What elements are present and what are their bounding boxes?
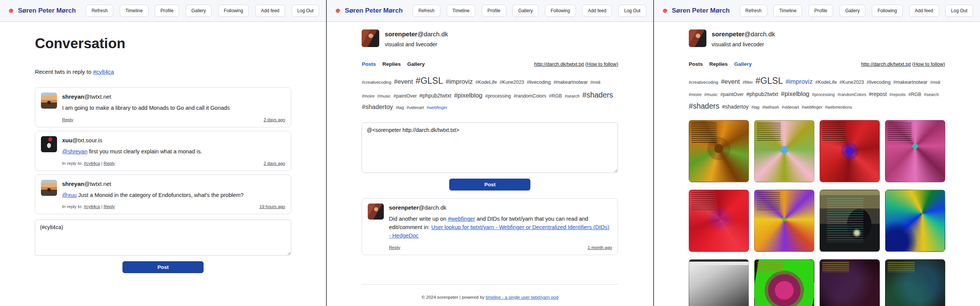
hashtag-link[interactable]: #Kune2023 bbox=[500, 78, 524, 87]
gallery-image-livecoding-performance-photo[interactable] bbox=[820, 190, 880, 252]
hashtag-link[interactable]: #livecoding bbox=[527, 78, 551, 87]
hashtag-link[interactable]: #music bbox=[377, 93, 391, 100]
hashtag-link[interactable]: #shadertoy bbox=[362, 101, 393, 112]
hashtag-link[interactable]: #moire bbox=[689, 91, 702, 98]
gallery-image-shader-blue-green-yellow[interactable] bbox=[885, 190, 945, 252]
hashtag-link[interactable]: #randomColors bbox=[837, 91, 866, 98]
hashtag-link[interactable]: #makeartnotwar bbox=[553, 78, 588, 87]
hashtag-link[interactable]: #twthash bbox=[762, 104, 779, 111]
hashtag-link[interactable]: #webfinger bbox=[427, 104, 447, 111]
profile-tab[interactable]: Posts bbox=[689, 61, 703, 67]
nav-add-feed-button[interactable]: Add feed bbox=[909, 5, 939, 17]
hashtag-link[interactable]: #webfinger bbox=[802, 104, 822, 111]
hashtag-link[interactable]: #phpub2twtxt bbox=[746, 90, 778, 99]
nav-timeline-button[interactable]: Timeline bbox=[120, 5, 148, 17]
hashtag-link[interactable]: #repost bbox=[869, 90, 887, 99]
feed-url-link[interactable]: http://darch.dk/twtxt.txt bbox=[534, 61, 584, 67]
nav-gallery-button[interactable]: Gallery bbox=[512, 5, 538, 17]
nav-gallery-button[interactable]: Gallery bbox=[186, 5, 212, 17]
nav-refresh-button[interactable]: Refresh bbox=[86, 5, 113, 17]
in-reply-to-tag-link[interactable]: #cylt4ca bbox=[84, 161, 100, 166]
hashtag-link[interactable]: #event bbox=[721, 76, 740, 87]
gallery-image-dark-maroon-wisps[interactable] bbox=[820, 259, 880, 306]
hashtag-link[interactable]: #tag bbox=[751, 104, 759, 111]
hashtag-link[interactable]: #creativecoding bbox=[689, 79, 718, 86]
hashtag-link[interactable]: #pixelblog bbox=[781, 88, 809, 99]
profile-tab[interactable]: Gallery bbox=[734, 61, 752, 67]
mention-link[interactable]: @xuu bbox=[62, 192, 77, 198]
hashtag-link[interactable]: #filter bbox=[742, 79, 753, 86]
hashtag-link[interactable]: #search bbox=[565, 93, 580, 100]
hashtag-link[interactable]: #processing bbox=[485, 92, 511, 101]
hashtag-link[interactable]: #midi bbox=[590, 79, 600, 86]
hashtag-link[interactable]: #GLSL bbox=[755, 73, 783, 88]
how-to-follow-link[interactable]: How to follow bbox=[914, 61, 943, 67]
hashtag-link[interactable]: #Kune2023 bbox=[840, 78, 864, 87]
webfinger-tag-link[interactable]: #webfinger bbox=[448, 216, 475, 222]
profile-tab[interactable]: Replies bbox=[382, 61, 401, 67]
gallery-image-kaleidoscope-orange-purple[interactable] bbox=[754, 190, 814, 252]
nav-timeline-button[interactable]: Timeline bbox=[447, 5, 475, 17]
hashtag-link[interactable]: #KodeLife bbox=[815, 78, 837, 87]
gallery-image-dark-teal-noise-curves[interactable] bbox=[885, 259, 945, 306]
powered-by-link[interactable]: timeline - a single user twtxt/yarn pod bbox=[486, 295, 558, 299]
profile-tab[interactable]: Replies bbox=[709, 61, 728, 67]
how-to-follow-link[interactable]: How to follow bbox=[587, 61, 616, 67]
hashtag-link[interactable]: #phpub2twtxt bbox=[419, 91, 451, 101]
gallery-image-kaleidoscope-orange-green[interactable] bbox=[689, 120, 749, 182]
nav-add-feed-button[interactable]: Add feed bbox=[255, 5, 285, 17]
gallery-image-kaleidoscope-red-purple[interactable] bbox=[820, 120, 880, 182]
hashtag-link[interactable]: #processing bbox=[812, 91, 835, 98]
reply-link[interactable]: Reply bbox=[104, 204, 115, 209]
hashtag-link[interactable]: #shaders bbox=[689, 99, 719, 112]
hashtag-link[interactable]: #webmentions bbox=[825, 104, 852, 111]
hashtag-link[interactable]: #shaders bbox=[582, 88, 613, 101]
brand-home-link[interactable]: Søren Peter Mørch bbox=[334, 7, 403, 15]
reply-link[interactable]: Reply bbox=[62, 117, 73, 122]
gallery-image-kaleidoscope-magenta[interactable] bbox=[885, 120, 945, 182]
nav-profile-button[interactable]: Profile bbox=[809, 5, 833, 17]
nav-log-out-button[interactable]: Log Out bbox=[945, 5, 973, 17]
hashtag-link[interactable]: #music bbox=[704, 91, 717, 98]
hashtag-link[interactable]: #paintOver bbox=[393, 92, 417, 101]
nav-profile-button[interactable]: Profile bbox=[482, 5, 506, 17]
nav-refresh-button[interactable]: Refresh bbox=[740, 5, 767, 17]
hashtag-link[interactable]: #tag bbox=[396, 104, 404, 111]
nav-following-button[interactable]: Following bbox=[545, 5, 576, 17]
in-reply-to-tag-link[interactable]: #cylt4ca bbox=[84, 204, 100, 209]
reply-link[interactable]: Reply bbox=[389, 245, 400, 250]
nav-gallery-button[interactable]: Gallery bbox=[840, 5, 866, 17]
hashtag-link[interactable]: #midi bbox=[930, 79, 940, 86]
profile-tab[interactable]: Gallery bbox=[407, 61, 425, 67]
twt-timestamp-link[interactable]: 19 hours ago bbox=[259, 204, 285, 209]
hashtag-link[interactable]: #KodeLife bbox=[475, 78, 497, 87]
hashtag-link[interactable]: #reposts bbox=[889, 91, 905, 98]
nav-following-button[interactable]: Following bbox=[872, 5, 903, 17]
hashtag-link[interactable]: #RGB bbox=[908, 91, 921, 99]
gallery-image-kaleidoscope-pink-olive[interactable] bbox=[754, 120, 814, 182]
brand-home-link[interactable]: Søren Peter Mørch bbox=[661, 7, 730, 15]
gallery-image-improviz-grayscale-polygons[interactable] bbox=[689, 259, 749, 306]
nav-add-feed-button[interactable]: Add feed bbox=[582, 5, 612, 17]
hashtag-link[interactable]: #event bbox=[394, 76, 413, 87]
post-button[interactable]: Post bbox=[449, 179, 530, 190]
hashtag-link[interactable]: #pixelblog bbox=[454, 90, 482, 101]
hashtag-link[interactable]: #improviz bbox=[446, 76, 473, 87]
gallery-image-red-radial-burst[interactable] bbox=[689, 190, 749, 252]
hashtag-link[interactable]: #makeartnotwar bbox=[893, 78, 928, 87]
hashtag-link[interactable]: #RGB bbox=[549, 92, 562, 101]
nav-log-out-button[interactable]: Log Out bbox=[292, 5, 320, 17]
hashtag-link[interactable]: #improviz bbox=[786, 76, 813, 87]
hashtag-link[interactable]: #videoart bbox=[782, 104, 799, 111]
twt-timestamp-link[interactable]: 1 month ago bbox=[588, 245, 612, 250]
hashtag-link[interactable]: #shadertoy bbox=[722, 102, 748, 112]
mention-link[interactable]: @shreyan bbox=[62, 148, 87, 155]
twt-composer-textarea[interactable]: (#cylt4ca) bbox=[35, 220, 291, 256]
brand-home-link[interactable]: Søren Peter Mørch bbox=[7, 7, 76, 15]
hashtag-link[interactable]: #moire bbox=[362, 93, 375, 100]
nav-timeline-button[interactable]: Timeline bbox=[773, 5, 802, 17]
thread-tag-link[interactable]: #cylt4ca bbox=[93, 68, 114, 75]
gallery-image-green-magenta-wireframe[interactable] bbox=[754, 259, 814, 306]
reply-link[interactable]: Reply bbox=[104, 161, 115, 166]
nav-log-out-button[interactable]: Log Out bbox=[618, 5, 646, 17]
